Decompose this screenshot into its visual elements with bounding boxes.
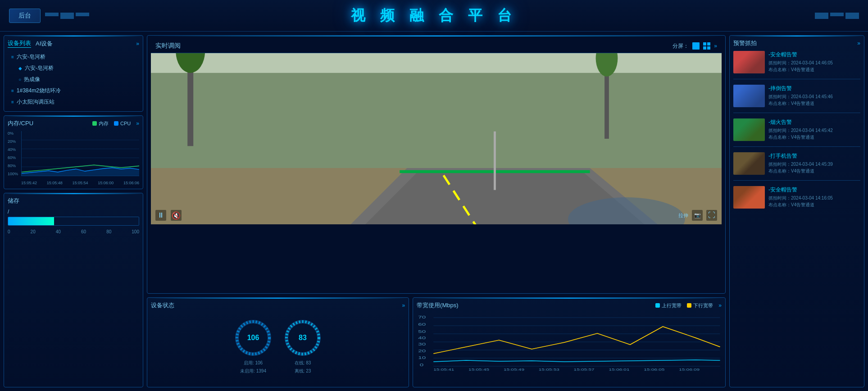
alert-panel-header: 预警抓拍 » bbox=[733, 39, 860, 47]
legend-upload: 上行宽带 bbox=[655, 302, 682, 309]
svg-text:15:06:01: 15:06:01 bbox=[609, 368, 630, 372]
alert-time-1: 抓拍时间：2024-03-04 14:45:46 bbox=[768, 93, 860, 100]
legend-memory-dot bbox=[92, 121, 97, 126]
cpu-memory-header: 内存/CPU 内存 CPU » bbox=[8, 119, 139, 127]
device-icon: ≡ bbox=[11, 88, 14, 93]
bottom-panels: 设备状态 » 106 启用: 106 未启用: 13 bbox=[147, 297, 726, 387]
alert-type-0: -安全帽告警 bbox=[768, 51, 860, 59]
header: 后台 视 频 融 合 平 台 bbox=[0, 0, 868, 32]
cpu-svg-chart bbox=[22, 131, 139, 176]
device-item-d5[interactable]: ≡小太阳沟调压站 bbox=[8, 96, 139, 108]
cpu-chart-area: 100% 80% 60% 40% 20% 0% bbox=[8, 131, 139, 185]
snapshot-button[interactable]: 📷 bbox=[692, 210, 703, 221]
device-item-d1[interactable]: ≡六安-皂河桥 bbox=[8, 51, 139, 63]
mute-button[interactable]: 🔇 bbox=[171, 210, 182, 221]
tab-ai-device[interactable]: AI设备 bbox=[36, 40, 53, 48]
storage-x-labels: 0 20 40 60 80 100 bbox=[8, 229, 139, 234]
back-button[interactable]: 后台 bbox=[9, 9, 41, 23]
bandwidth-title: 带宽使用(Mbps) bbox=[417, 301, 458, 309]
tab-device-list[interactable]: 设备列表 bbox=[8, 39, 31, 48]
svg-text:30: 30 bbox=[418, 342, 426, 346]
alert-time-4: 抓拍时间：2024-03-04 14:16:05 bbox=[768, 195, 860, 201]
video-panel: 实时调阅 分屏： » 20 bbox=[147, 35, 726, 294]
donut-1-chart: 106 bbox=[233, 318, 273, 358]
donut-1-wrap: 106 启用: 106 未启用: 1394 bbox=[233, 318, 273, 374]
alert-list: -安全帽告警 抓拍时间：2024-03-04 14:46:05 布点名称：V4告… bbox=[733, 51, 860, 209]
device-list-expand[interactable]: » bbox=[136, 41, 139, 47]
svg-text:70: 70 bbox=[418, 315, 426, 319]
bw-expand[interactable]: » bbox=[718, 302, 722, 309]
cpu-x-labels: 15:05:42 15:05:48 15:05:54 15:06:00 15:0… bbox=[21, 181, 139, 185]
alert-item-1: -摔倒告警 抓拍时间：2024-03-04 14:45:46 布点名称：V4告警… bbox=[733, 85, 860, 107]
screen-single-btn[interactable] bbox=[692, 42, 700, 50]
video-toolbar: ⏸ 🔇 拉伸 📷 ⛶ bbox=[155, 210, 717, 221]
alert-thumb-4[interactable] bbox=[733, 186, 765, 209]
legend-upload-dot bbox=[655, 303, 660, 308]
alert-separator-0 bbox=[733, 79, 860, 79]
video-expand[interactable]: » bbox=[714, 43, 717, 49]
alert-type-4: -安全帽告警 bbox=[768, 186, 860, 194]
svg-text:15:05:45: 15:05:45 bbox=[468, 368, 489, 372]
alert-thumb-1[interactable] bbox=[733, 85, 765, 107]
device-status-expand[interactable]: » bbox=[402, 302, 405, 309]
deco-bar-6 bbox=[845, 13, 859, 19]
alert-type-2: -烟火告警 bbox=[768, 118, 860, 126]
svg-text:20: 20 bbox=[418, 349, 426, 353]
legend-cpu: CPU bbox=[114, 120, 131, 127]
donut-1-label2: 未启用: 1394 bbox=[240, 368, 266, 374]
svg-text:106: 106 bbox=[247, 334, 259, 341]
video-btns-left: ⏸ 🔇 bbox=[155, 210, 182, 221]
alert-location-0: 布点名称：V4告警通道 bbox=[768, 66, 860, 73]
alert-item-0: -安全帽告警 抓拍时间：2024-03-04 14:46:05 布点名称：V4告… bbox=[733, 51, 860, 73]
deco-bar-1 bbox=[45, 13, 59, 16]
alert-panel: 预警抓拍 » -安全帽告警 抓拍时间：2024-03-04 14:46:05 布… bbox=[729, 35, 864, 387]
video-btns-right: 拉伸 📷 ⛶ bbox=[678, 210, 717, 221]
alert-thumb-3[interactable] bbox=[733, 152, 765, 175]
fullscreen-button[interactable]: ⛶ bbox=[706, 210, 717, 221]
storage-bar-fill bbox=[8, 217, 54, 225]
storage-bar-track bbox=[8, 217, 139, 226]
device-item-d4[interactable]: ≡1#384m2烧结环冷 bbox=[8, 85, 139, 96]
bandwidth-header: 带宽使用(Mbps) 上行宽带 下行宽带 » bbox=[417, 301, 722, 309]
left-panel: 设备列表 AI设备 » ≡六安-皂河桥◆六安-皂河桥○热成像≡1#384m2烧结… bbox=[4, 35, 143, 387]
alert-info-4: -安全帽告警 抓拍时间：2024-03-04 14:16:05 布点名称：V4告… bbox=[768, 186, 860, 208]
device-status-title: 设备状态 bbox=[151, 301, 174, 309]
alert-type-3: -打手机告警 bbox=[768, 152, 860, 160]
device-status-panel: 设备状态 » 106 启用: 106 未启用: 13 bbox=[147, 297, 409, 387]
device-icon: ≡ bbox=[11, 100, 14, 105]
right-panel: 预警抓拍 » -安全帽告警 抓拍时间：2024-03-04 14:46:05 布… bbox=[729, 35, 864, 387]
header-deco-right bbox=[815, 13, 859, 19]
alert-item-3: -打手机告警 抓拍时间：2024-03-04 14:45:39 布点名称：V4告… bbox=[733, 152, 860, 175]
svg-text:0: 0 bbox=[420, 363, 424, 367]
alert-thumb-2[interactable] bbox=[733, 118, 765, 141]
legend-memory: 内存 bbox=[92, 120, 109, 127]
storage-bar-container: / bbox=[8, 209, 139, 226]
legend-upload-label: 上行宽带 bbox=[662, 302, 682, 309]
screen-quad-btn[interactable] bbox=[703, 42, 710, 50]
alert-expand[interactable]: » bbox=[857, 40, 860, 46]
device-item-d3[interactable]: ○热成像 bbox=[8, 74, 139, 85]
alert-item-4: -安全帽告警 抓拍时间：2024-03-04 14:16:05 布点名称：V4告… bbox=[733, 186, 860, 209]
cpu-expand[interactable]: » bbox=[136, 120, 139, 127]
alert-thumb-0[interactable] bbox=[733, 51, 765, 73]
legend-download-label: 下行宽带 bbox=[693, 302, 713, 309]
cpu-y-labels: 100% 80% 60% 40% 20% 0% bbox=[8, 131, 20, 176]
svg-text:15:05:41: 15:05:41 bbox=[433, 368, 454, 372]
alert-info-0: -安全帽告警 抓拍时间：2024-03-04 14:46:05 布点名称：V4告… bbox=[768, 51, 860, 73]
alert-separator-2 bbox=[733, 146, 860, 147]
video-title: 实时调阅 bbox=[155, 42, 181, 50]
pause-button[interactable]: ⏸ bbox=[155, 210, 166, 221]
cpu-legend: 内存 CPU » bbox=[92, 120, 139, 127]
svg-text:15:06:05: 15:06:05 bbox=[644, 368, 664, 372]
video-frame: 2024-03-04 15:06:09 星期一... bbox=[151, 53, 722, 224]
deco-bar-3 bbox=[76, 13, 89, 16]
deco-bar-4 bbox=[815, 13, 828, 19]
alert-separator-3 bbox=[733, 180, 860, 181]
device-list-panel: 设备列表 AI设备 » ≡六安-皂河桥◆六安-皂河桥○热成像≡1#384m2烧结… bbox=[4, 35, 143, 112]
storage-panel: 储存 / 0 20 40 60 80 100 bbox=[4, 193, 143, 387]
device-item-d2[interactable]: ◆六安-皂河桥 bbox=[8, 63, 139, 74]
storage-header: 储存 bbox=[8, 197, 139, 205]
bw-svg-chart: 70 60 50 40 30 20 10 0 bbox=[417, 313, 722, 372]
alert-info-1: -摔倒告警 抓拍时间：2024-03-04 14:45:46 布点名称：V4告警… bbox=[768, 85, 860, 107]
alert-time-0: 抓拍时间：2024-03-04 14:46:05 bbox=[768, 59, 860, 66]
